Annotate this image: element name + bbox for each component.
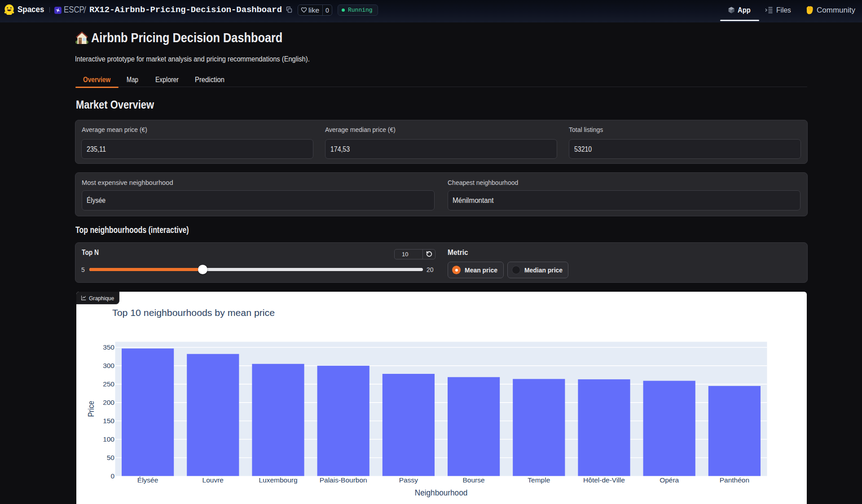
svg-text:Louvre: Louvre	[202, 476, 224, 484]
svg-text:0: 0	[110, 472, 114, 480]
svg-text:Palais-Bourbon: Palais-Bourbon	[320, 476, 367, 484]
svg-text:Price: Price	[87, 401, 96, 417]
svg-text:Élysée: Élysée	[137, 476, 158, 484]
svg-text:Hôtel-de-Ville: Hôtel-de-Ville	[583, 476, 625, 484]
svg-text:Temple: Temple	[528, 476, 550, 484]
svg-text:50: 50	[107, 454, 115, 461]
svg-text:Opéra: Opéra	[660, 476, 679, 484]
svg-text:Passy: Passy	[399, 476, 418, 484]
svg-text:Bourse: Bourse	[463, 476, 485, 484]
svg-text:Luxembourg: Luxembourg	[259, 476, 297, 484]
svg-text:150: 150	[103, 417, 114, 425]
svg-text:300: 300	[103, 362, 114, 369]
svg-text:200: 200	[103, 399, 114, 406]
svg-text:Top 10 neighbourhoods by mean: Top 10 neighbourhoods by mean price	[112, 308, 275, 318]
svg-text:Neighbourhood: Neighbourhood	[415, 488, 468, 497]
svg-text:350: 350	[103, 343, 114, 351]
svg-text:Panthéon: Panthéon	[720, 476, 749, 484]
svg-text:250: 250	[103, 380, 114, 388]
svg-text:100: 100	[103, 435, 114, 443]
